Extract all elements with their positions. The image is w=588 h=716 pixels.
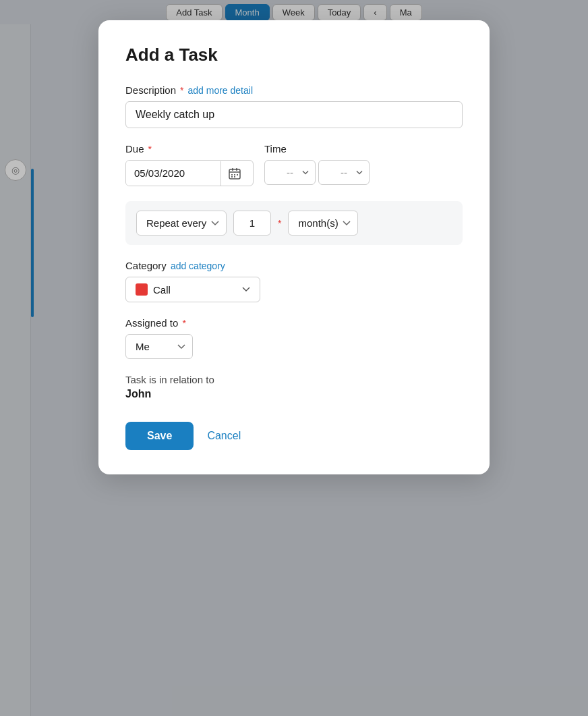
calendar-icon [228,167,241,180]
assigned-field-group: Assigned to * Me [125,317,463,359]
time-field: Time -- -- [264,143,370,185]
relation-label: Task is in relation to [125,374,463,385]
category-label: Category [125,260,167,271]
category-select[interactable]: Call [125,277,260,302]
due-label-row: Due * [125,143,254,155]
category-field-group: Category add category Call [125,260,463,302]
modal-actions: Save Cancel [125,422,463,450]
calendar-icon-button[interactable] [220,161,248,186]
description-label: Description [125,84,176,96]
time-min-wrapper: -- [318,160,370,185]
category-color-indicator [136,283,148,296]
svg-rect-7 [234,176,235,177]
repeat-unit-select[interactable]: month(s) day(s) week(s) year(s) [288,211,358,236]
add-more-detail-link[interactable]: add more detail [187,85,253,96]
due-label: Due [125,143,144,155]
assigned-required: * [182,318,185,329]
repeat-container: Repeat every * month(s) day(s) week(s) y… [125,201,463,245]
due-time-group: Due * [125,143,463,186]
svg-rect-5 [237,174,238,175]
cancel-button[interactable]: Cancel [207,430,241,442]
relation-section: Task is in relation to John [125,374,463,400]
category-label-row: Category add category [125,260,463,271]
svg-rect-3 [231,174,233,175]
svg-rect-6 [231,176,233,177]
svg-rect-4 [234,174,235,175]
due-field: Due * [125,143,254,186]
date-input-wrapper [125,160,254,186]
description-label-row: Description * add more detail [125,84,463,96]
description-required: * [180,85,183,96]
description-input[interactable] [125,101,463,128]
category-value-label: Call [153,284,237,296]
repeat-every-select[interactable]: Repeat every [136,211,227,236]
time-hour-wrapper: -- [264,160,316,185]
svg-rect-1 [232,168,233,171]
assigned-to-select[interactable]: Me [125,334,193,359]
save-button[interactable]: Save [125,422,194,450]
time-row: -- -- [264,160,370,185]
assigned-label: Assigned to [125,317,178,329]
repeat-number-input[interactable] [233,211,271,236]
modal-title: Add a Task [125,45,463,65]
time-label-row: Time [264,143,370,155]
repeat-select-wrapper: Repeat every [136,211,227,236]
time-min-select[interactable]: -- [318,160,370,185]
repeat-required: * [278,218,281,229]
repeat-unit-wrapper: month(s) day(s) week(s) year(s) [288,211,358,236]
due-date-input[interactable] [126,161,220,186]
relation-name: John [125,388,463,400]
modal-overlay: Add a Task Description * add more detail… [0,0,588,716]
assigned-select-wrapper: Me [125,334,193,359]
svg-rect-2 [236,168,237,171]
time-hour-select[interactable]: -- [264,160,316,185]
add-task-modal: Add a Task Description * add more detail… [98,20,490,474]
assigned-label-row: Assigned to * [125,317,463,329]
category-chevron-icon [242,287,250,292]
time-label: Time [264,143,287,155]
add-category-link[interactable]: add category [171,260,225,271]
due-required: * [148,144,152,155]
description-field-group: Description * add more detail [125,84,463,128]
